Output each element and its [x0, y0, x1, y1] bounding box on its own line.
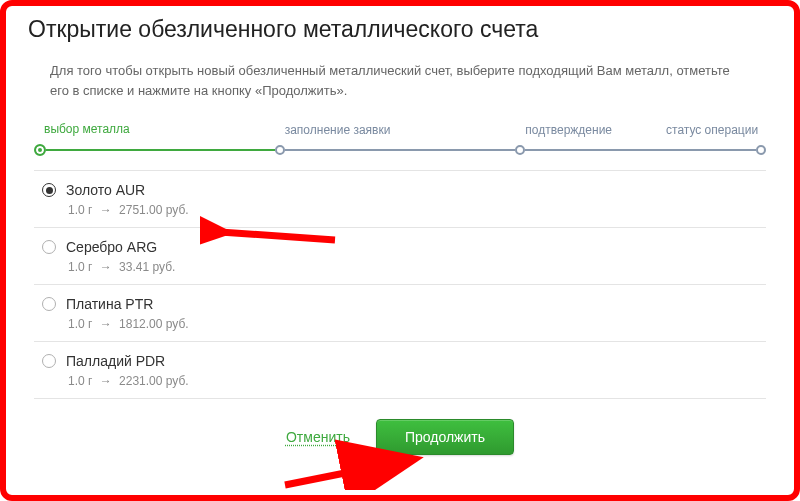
metal-price-value: 33.41 руб.: [119, 260, 175, 274]
arrow-right-icon: →: [100, 374, 112, 388]
metal-row-palladium[interactable]: Палладий PDR 1.0 г → 2231.00 руб.: [34, 342, 766, 399]
metal-row-gold[interactable]: Золото AUR 1.0 г → 2751.00 руб.: [34, 170, 766, 228]
step-fill-form: заполнение заявки: [275, 145, 516, 155]
step-status: статус операции: [756, 145, 766, 155]
continue-button[interactable]: Продолжить: [376, 419, 514, 455]
arrow-right-icon: →: [100, 203, 112, 217]
metal-row-platinum[interactable]: Платина PTR 1.0 г → 1812.00 руб.: [34, 285, 766, 342]
step-line: [46, 149, 275, 151]
metal-list: Золото AUR 1.0 г → 2751.00 руб. Серебро …: [34, 170, 766, 399]
arrow-right-icon: →: [100, 260, 112, 274]
page-container: Открытие обезличенного металлического сч…: [0, 0, 800, 471]
cancel-link[interactable]: Отменить: [286, 429, 350, 445]
metal-unit: 1.0 г: [68, 203, 92, 217]
radio-icon[interactable]: [42, 297, 56, 311]
metal-unit: 1.0 г: [68, 260, 92, 274]
metal-unit: 1.0 г: [68, 374, 92, 388]
metal-name: Золото AUR: [66, 182, 145, 198]
step-line: [285, 149, 516, 151]
step-label: выбор металла: [44, 122, 130, 136]
step-label: статус операции: [666, 123, 758, 137]
step-dot-icon: [34, 144, 46, 156]
metal-price-value: 2751.00 руб.: [119, 203, 189, 217]
actions-bar: Отменить Продолжить: [28, 419, 772, 455]
step-confirm: подтверждение: [515, 145, 756, 155]
stepper: выбор металла заполнение заявки подтверж…: [28, 120, 772, 156]
metal-row-silver[interactable]: Серебро ARG 1.0 г → 33.41 руб.: [34, 228, 766, 285]
metal-name: Платина PTR: [66, 296, 153, 312]
step-dot-icon: [275, 145, 285, 155]
step-dot-icon: [515, 145, 525, 155]
metal-price: 1.0 г → 2751.00 руб.: [68, 203, 758, 217]
metal-price: 1.0 г → 2231.00 руб.: [68, 374, 758, 388]
step-label: подтверждение: [525, 123, 612, 137]
metal-name: Палладий PDR: [66, 353, 165, 369]
radio-icon[interactable]: [42, 354, 56, 368]
step-label: заполнение заявки: [285, 123, 391, 137]
metal-price: 1.0 г → 1812.00 руб.: [68, 317, 758, 331]
arrow-right-icon: →: [100, 317, 112, 331]
step-choose-metal: выбор металла: [34, 144, 275, 156]
intro-text: Для того чтобы открыть новый обезличенны…: [50, 61, 730, 100]
metal-price-value: 1812.00 руб.: [119, 317, 189, 331]
radio-icon[interactable]: [42, 183, 56, 197]
step-line: [525, 149, 756, 151]
step-dot-icon: [756, 145, 766, 155]
metal-unit: 1.0 г: [68, 317, 92, 331]
metal-price-value: 2231.00 руб.: [119, 374, 189, 388]
page-title: Открытие обезличенного металлического сч…: [28, 16, 772, 43]
metal-price: 1.0 г → 33.41 руб.: [68, 260, 758, 274]
metal-name: Серебро ARG: [66, 239, 157, 255]
radio-icon[interactable]: [42, 240, 56, 254]
